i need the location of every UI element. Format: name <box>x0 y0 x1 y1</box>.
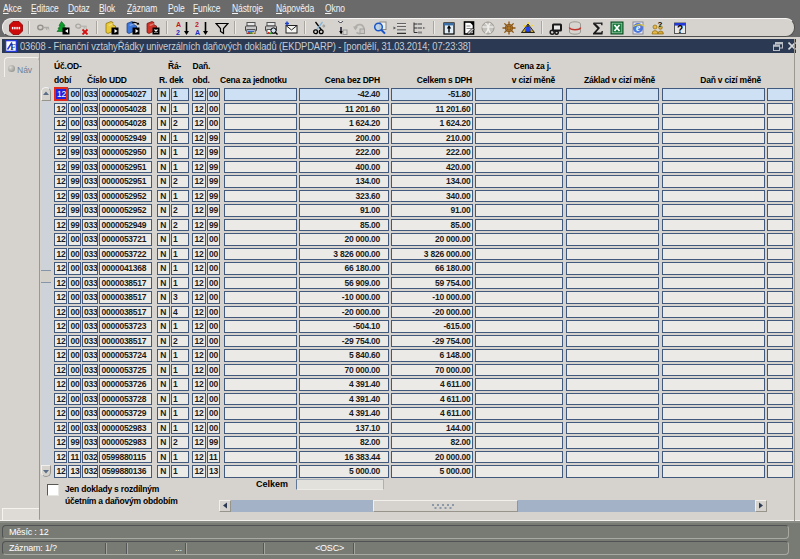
svg-text:2: 2 <box>176 29 180 36</box>
svg-text:A: A <box>176 21 181 28</box>
svg-text:F: F <box>10 42 16 52</box>
svg-text:?: ? <box>677 24 683 35</box>
svg-text:?: ? <box>658 21 663 29</box>
svg-text:2: 2 <box>195 21 199 28</box>
svg-text:A: A <box>195 29 200 36</box>
